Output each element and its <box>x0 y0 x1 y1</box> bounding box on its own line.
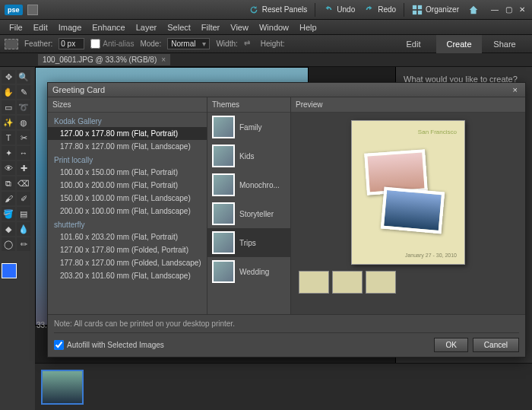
preview-location: San Francisco <box>359 129 457 135</box>
theme-label: Storyteller <box>239 210 274 218</box>
svg-rect-3 <box>418 10 422 14</box>
move-tool[interactable]: ✥ <box>2 70 15 84</box>
size-option[interactable]: 100.00 x 150.00 mm (Flat, Portrait) <box>48 166 207 179</box>
tab-share[interactable]: Share <box>482 35 527 53</box>
zoom-tool[interactable]: 🔍 <box>17 70 30 84</box>
menu-enhance[interactable]: Enhance <box>87 21 129 33</box>
marquee-tool[interactable]: ▭ <box>2 100 15 114</box>
reset-panels-button[interactable]: Reset Panels <box>249 5 307 15</box>
theme-option[interactable]: Monochro... <box>207 170 290 199</box>
size-option[interactable]: 127.00 x 177.80 mm (Flat, Portrait) <box>48 127 207 140</box>
redo-button[interactable]: Redo <box>364 5 396 15</box>
mode-select[interactable]: Normal <box>167 38 210 49</box>
smart-brush-tool[interactable]: ✐ <box>17 192 30 205</box>
lasso-tool[interactable]: ➰ <box>17 100 30 114</box>
window-handle-icon <box>27 5 38 15</box>
feather-input[interactable] <box>59 38 84 49</box>
brush-tool[interactable]: 🖌 <box>2 192 15 205</box>
crop-tool[interactable]: ✂ <box>17 131 30 145</box>
marquee-tool-icon <box>5 39 18 49</box>
svg-rect-1 <box>418 5 422 8</box>
straighten-tool[interactable]: ↔ <box>17 146 30 160</box>
theme-thumb-icon <box>212 116 235 138</box>
cookie-cutter-tool[interactable]: ✦ <box>2 146 15 160</box>
spot-heal-tool[interactable]: ✚ <box>17 161 30 175</box>
menu-window[interactable]: Window <box>255 21 293 33</box>
mode-label: Mode: <box>140 40 161 48</box>
themes-list[interactable]: FamilyKidsMonochro...StorytellerTripsWed… <box>207 113 290 314</box>
ok-button[interactable]: OK <box>434 338 467 352</box>
theme-label: Wedding <box>239 268 269 276</box>
size-group: Print locally <box>48 153 207 166</box>
greeting-card-dialog: Greeting Card × Sizes Kodak Gallery127.0… <box>47 82 526 358</box>
preview-date: January 27 - 30, 2010 <box>405 253 457 258</box>
size-option[interactable]: 177.80 x 127.00 mm (Folded, Landscape) <box>48 256 207 269</box>
document-tab[interactable]: 100_0601.JPG @ 33.3% (RGB/8) × <box>38 54 170 65</box>
autofill-checkbox[interactable]: Autofill with Selected Images <box>54 340 164 350</box>
menu-help[interactable]: Help <box>295 21 321 33</box>
dialog-close-button[interactable]: × <box>510 85 521 94</box>
clone-tool[interactable]: ⧉ <box>2 176 15 190</box>
menu-filter[interactable]: Filter <box>197 21 224 33</box>
size-option[interactable]: 101.60 x 203.20 mm (Flat, Portrait) <box>48 230 207 243</box>
preview-header: Preview <box>291 97 525 113</box>
size-option[interactable]: 100.00 x 200.00 mm (Flat, Portrait) <box>48 179 207 192</box>
document-tab-title: 100_0601.JPG @ 33.3% (RGB/8) <box>43 56 157 64</box>
bin-thumbnail[interactable] <box>41 370 84 405</box>
organizer-button[interactable]: Organizer <box>412 5 459 15</box>
detail-brush-tool[interactable]: ✏ <box>17 237 30 251</box>
menu-image[interactable]: Image <box>54 21 87 33</box>
eyedropper-tool[interactable]: ✎ <box>17 85 30 99</box>
menu-bar: FileEditImageEnhanceLayerSelectFilterVie… <box>0 20 532 35</box>
shape-tool[interactable]: ◆ <box>2 222 15 236</box>
theme-thumb-icon <box>212 173 235 196</box>
menu-layer[interactable]: Layer <box>131 21 162 33</box>
close-button[interactable]: ✕ <box>517 5 527 15</box>
magic-wand-tool[interactable]: ✨ <box>2 116 15 129</box>
maximize-button[interactable]: ▢ <box>503 5 514 15</box>
type-tool[interactable]: T <box>2 131 15 145</box>
layout-thumb[interactable] <box>332 271 363 294</box>
link-icon[interactable]: ⇄ <box>244 39 255 49</box>
project-bin <box>35 363 532 410</box>
layout-thumb[interactable] <box>299 271 329 294</box>
layout-thumb[interactable] <box>366 271 396 294</box>
foreground-color-swatch[interactable] <box>2 263 17 278</box>
quick-select-tool[interactable]: ◍ <box>17 116 30 129</box>
size-option[interactable]: 177.80 x 127.00 mm (Flat, Landscape) <box>48 140 207 153</box>
close-document-icon[interactable]: × <box>161 56 166 64</box>
gradient-tool[interactable]: ▤ <box>17 207 30 221</box>
redeye-tool[interactable]: 👁 <box>2 161 15 175</box>
sponge-tool[interactable]: ◯ <box>2 237 15 251</box>
size-option[interactable]: 150.00 x 100.00 mm (Flat, Landscape) <box>48 192 207 205</box>
undo-button[interactable]: Undo <box>323 5 355 15</box>
theme-option[interactable]: Kids <box>207 141 290 170</box>
svg-rect-0 <box>413 5 416 8</box>
theme-option[interactable]: Wedding <box>207 257 290 286</box>
hand-tool[interactable]: ✋ <box>2 85 15 99</box>
menu-view[interactable]: View <box>226 21 253 33</box>
sizes-list[interactable]: Kodak Gallery127.00 x 177.80 mm (Flat, P… <box>48 113 207 314</box>
theme-option[interactable]: Trips <box>207 228 290 257</box>
size-option[interactable]: 200.00 x 100.00 mm (Flat, Landscape) <box>48 205 207 218</box>
size-group: Kodak Gallery <box>48 114 207 127</box>
theme-option[interactable]: Storyteller <box>207 199 290 228</box>
home-button[interactable] <box>468 5 479 15</box>
menu-edit[interactable]: Edit <box>29 21 52 33</box>
theme-option[interactable]: Family <box>207 113 290 141</box>
size-option[interactable]: 203.20 x 101.60 mm (Flat, Landscape) <box>48 269 207 282</box>
menu-select[interactable]: Select <box>163 21 195 33</box>
theme-thumb-icon <box>212 145 235 167</box>
tab-create[interactable]: Create <box>436 35 482 53</box>
size-option[interactable]: 127.00 x 177.80 mm (Folded, Portrait) <box>48 243 207 256</box>
tab-edit[interactable]: Edit <box>391 35 436 53</box>
blur-tool[interactable]: 💧 <box>17 222 30 236</box>
bucket-tool[interactable]: 🪣 <box>2 207 15 221</box>
eraser-tool[interactable]: ⌫ <box>17 176 30 190</box>
antialias-checkbox[interactable]: Anti-alias <box>90 39 134 49</box>
redo-icon <box>364 5 375 15</box>
menu-file[interactable]: File <box>5 21 27 33</box>
dialog-note: Note: All cards can be printed on your d… <box>54 319 519 333</box>
cancel-button[interactable]: Cancel <box>473 338 519 352</box>
minimize-button[interactable]: — <box>489 5 500 15</box>
